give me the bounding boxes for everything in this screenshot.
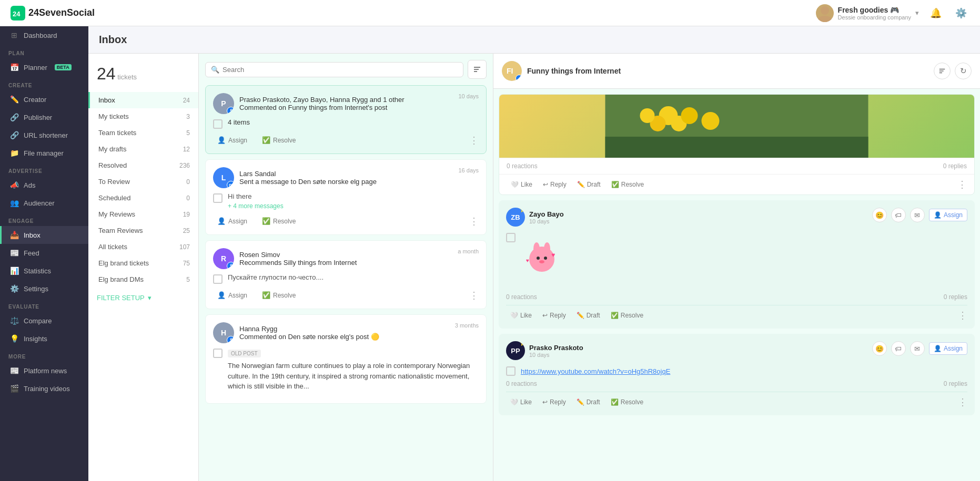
more-messages[interactable]: + 4 more messages [228,202,479,210]
sidebar-item-url-shortener[interactable]: 🔗 URL shortener [0,126,88,144]
sidebar-item-inbox[interactable]: 📥 Inbox [0,226,88,244]
sidebar-item-platform-news[interactable]: 📰 Platform news [0,362,88,380]
ticket-more-button[interactable]: ⋮ [469,290,479,301]
assign-button[interactable]: 👤 Assign [213,289,251,301]
ticket-checkbox[interactable] [213,349,223,358]
reactions-count: 0 reactions [507,162,538,170]
reply-button[interactable]: ↩ Reply [539,179,571,190]
comment-like-button[interactable]: 🤍 Like [506,310,536,321]
sidebar-item-dashboard[interactable]: ⊞ Dashboard [0,26,88,44]
comment-url[interactable]: https://www.youtube.com/watch?v=oHg5hR8o… [521,367,670,375]
ticket-nav-all-tickets[interactable]: All tickets 107 [88,239,198,255]
sidebar-item-creator[interactable]: ✏️ Creator [0,90,88,108]
resolve-icon: ✅ [611,398,619,406]
post-more-button[interactable]: ⋮ [957,179,967,190]
comment-avatar: PP ⭐ [506,341,525,360]
comment-checkbox[interactable] [506,366,516,376]
sidebar-item-compare[interactable]: ⚖️ Compare [0,312,88,330]
comment-header: ZB ⭐ Zayo Bayo 10 days 😊 🏷 ✉ [506,208,967,227]
ticket-time: 10 days [458,93,479,99]
like-button[interactable]: 🤍 Like [507,179,537,190]
assign-button[interactable]: 👤 Assign [213,215,251,227]
mail-icon[interactable]: ✉ [910,341,925,356]
ticket-user-details: Prasko Praskoto, Zayo Bayo, Hanna Rygg a… [239,96,405,111]
sidebar-item-training-videos[interactable]: 🎬 Training videos [0,380,88,397]
detail-header: FI f Funny things from Internet [493,54,980,89]
svg-point-18 [702,112,720,130]
draft-button[interactable]: ✏️ Draft [573,179,605,190]
resolve-button[interactable]: ✅ Resolve [258,134,300,146]
emoji-icon[interactable]: 😊 [872,341,887,356]
sidebar-item-audiencer[interactable]: 👥 Audiencer [0,194,88,212]
ticket-nav-my-drafts[interactable]: My drafts 12 [88,141,198,157]
resolve-button[interactable]: ✅ Resolve [258,215,300,227]
comment-resolve-button[interactable]: ✅ Resolve [607,396,648,408]
sidebar-item-publisher[interactable]: 🔗 Publisher [0,108,88,126]
logo[interactable]: 24 24SevenSocial [11,6,95,21]
assign-inline-button[interactable]: 👤 Assign [929,342,967,355]
ticket-nav-my-reviews[interactable]: My Reviews 19 [88,206,198,222]
workspace-dropdown-icon[interactable]: ▾ [915,9,919,17]
comment-more-button[interactable]: ⋮ [958,396,967,408]
ticket-nav-elg-brand-dms[interactable]: Elg brand DMs 5 [88,271,198,288]
sidebar-item-settings[interactable]: ⚙️ Settings [0,280,88,298]
sidebar-item-label: Platform news [24,367,67,375]
filter-setup-button[interactable]: FILTER SETUP ▾ [88,288,198,308]
ticket-nav-to-review[interactable]: To Review 0 [88,173,198,190]
detail-sort-button[interactable] [934,63,951,79]
comment-draft-button[interactable]: ✏️ Draft [572,396,604,408]
compare-icon: ⚖️ [10,316,18,325]
comment-draft-button[interactable]: ✏️ Draft [572,310,604,321]
resolve-button[interactable]: ✅ Resolve [607,179,648,190]
sidebar-item-ads[interactable]: 📣 Ads [0,176,88,194]
ticket-nav-count: 236 [179,162,190,169]
emoji-icon[interactable]: 😊 [872,208,887,222]
comment-resolve-button[interactable]: ✅ Resolve [607,310,648,321]
detail-refresh-button[interactable]: ↻ [955,63,972,79]
tag-icon[interactable]: 🏷 [891,208,906,222]
comment-user: PP ⭐ Prasko Praskoto 10 days [506,341,583,360]
workspace-selector[interactable]: Fresh goodies 🎮 Dessie onboarding compan… [816,4,919,22]
mail-icon[interactable]: ✉ [910,208,925,222]
ticket-nav-resolved[interactable]: Resolved 236 [88,157,198,173]
sidebar: ⊞ Dashboard PLAN 📅 Planner BETA CREATE ✏… [0,26,88,481]
ticket-nav-team-reviews[interactable]: Team Reviews 25 [88,222,198,239]
ticket-body: Hi there + 4 more messages [213,192,479,210]
sidebar-item-label: Statistics [24,267,51,275]
notifications-icon[interactable]: 🔔 [927,5,944,22]
search-input[interactable] [223,66,458,74]
comment-like-button[interactable]: 🤍 Like [506,396,536,408]
resolve-button[interactable]: ✅ Resolve [258,289,300,301]
ticket-checkbox[interactable] [213,274,223,284]
sidebar-item-insights[interactable]: 💡 Insights [0,330,88,347]
draft-label: Draft [587,181,601,188]
ticket-nav-team-tickets[interactable]: Team tickets 5 [88,125,198,141]
dashboard-icon: ⊞ [10,31,18,39]
comment-top-actions: 😊 🏷 ✉ 👤 Assign [872,341,967,356]
settings-icon[interactable]: ⚙️ [953,5,969,22]
ticket-nav-my-tickets[interactable]: My tickets 3 [88,108,198,125]
assign-button[interactable]: 👤 Assign [213,134,251,146]
tag-icon[interactable]: 🏷 [891,341,906,356]
ticket-nav-elg-brand-tickets[interactable]: Elg brand tickets 75 [88,255,198,271]
comment-reply-button[interactable]: ↩ Reply [538,396,570,408]
comment-reply-button[interactable]: ↩ Reply [538,310,570,321]
sidebar-item-feed[interactable]: 📰 Feed [0,244,88,262]
sidebar-item-file-manager[interactable]: 📁 File manager [0,144,88,162]
sort-button[interactable] [468,60,487,79]
ticket-checkbox[interactable] [213,119,223,129]
ticket-nav-inbox[interactable]: Inbox 24 [88,92,198,108]
ticket-nav-scheduled[interactable]: Scheduled 0 [88,190,198,206]
ticket-more-button[interactable]: ⋮ [469,135,479,146]
ticket-meta: Sent a message to Den søte norske elg pa… [239,178,377,186]
assign-inline-button[interactable]: 👤 Assign [929,209,967,221]
comment-more-button[interactable]: ⋮ [958,310,967,321]
ticket-more-button[interactable]: ⋮ [469,216,479,227]
ticket-nav-label: Team Reviews [98,227,143,234]
sidebar-item-statistics[interactable]: 📊 Statistics [0,262,88,280]
comment-user: ZB ⭐ Zayo Bayo 10 days [506,208,564,227]
sidebar-item-planner[interactable]: 📅 Planner BETA [0,58,88,76]
comment-checkbox[interactable] [506,233,516,242]
ticket-checkbox[interactable] [213,193,223,203]
resolve-icon: ✅ [262,217,270,225]
